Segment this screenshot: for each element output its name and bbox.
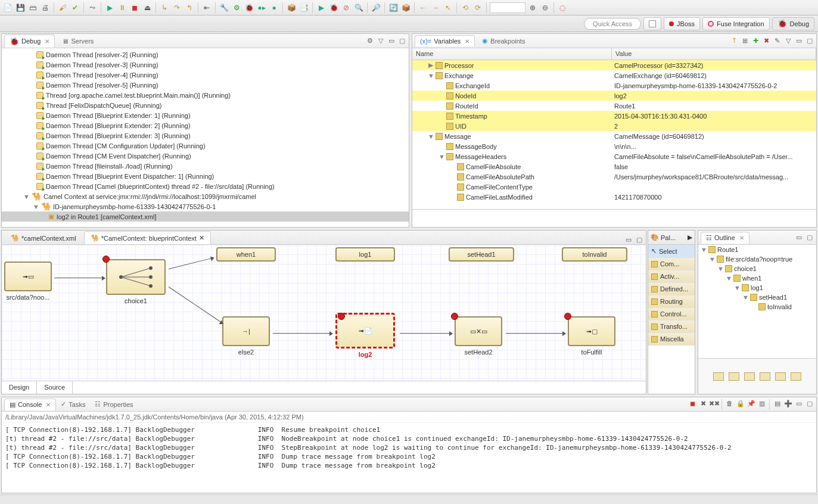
thread-row[interactable]: Daemon Thread [resolver-3] (Running) <box>2 60 409 70</box>
tool-icon[interactable]: 🔧 <box>219 2 229 13</box>
run-icon[interactable]: ●▸ <box>256 2 267 13</box>
debug-green-icon[interactable]: 🐞 <box>328 2 339 13</box>
terminate-icon[interactable]: ◼ <box>129 2 140 13</box>
variable-row[interactable]: CamelFileContentType <box>412 182 816 192</box>
back-icon[interactable]: ← <box>418 2 428 13</box>
outline-row[interactable]: ▼file:src/data?noop=true <box>698 254 816 264</box>
variable-row[interactable]: CamelFileLastModified1421170870000 <box>412 192 816 202</box>
thread-row[interactable]: Daemon Thread [resolver-2] (Running) <box>2 49 409 60</box>
minimize-icon[interactable]: ▭ <box>387 36 396 45</box>
zoom-in-icon[interactable]: ⊕ <box>527 2 538 13</box>
new-console-icon[interactable]: ➕ <box>783 399 792 408</box>
debug-perspective[interactable]: 🐞Debug <box>772 17 814 30</box>
thread-row[interactable]: Daemon Thread [CM Configuration Updater]… <box>2 141 409 151</box>
new-conn-icon[interactable]: 📦 <box>286 2 297 13</box>
maximize-icon[interactable]: ▢ <box>635 235 643 244</box>
drop-frame-icon[interactable]: ⇤ <box>201 2 212 13</box>
close-icon[interactable]: ✕ <box>46 402 51 408</box>
thread-row[interactable]: Daemon Thread [resolver-4] (Running) <box>2 70 409 80</box>
expand-icon[interactable]: ▼ <box>23 193 29 200</box>
variable-row[interactable]: MessageBody\n\n\n... <box>412 141 816 151</box>
step-into-icon[interactable]: ↳ <box>159 2 170 13</box>
stop-icon[interactable]: ⊘ <box>341 2 352 13</box>
maximize-icon[interactable]: ▢ <box>397 36 406 45</box>
expand-icon[interactable]: ▼ <box>742 294 748 301</box>
outline-tab[interactable]: ☷Outline✕ <box>701 232 749 244</box>
variable-row[interactable]: ▼MessageHeadersCamelFileAbsolute = false… <box>412 151 816 161</box>
outline-row[interactable]: ▼choice1 <box>698 264 816 273</box>
chevron-right-icon[interactable]: ▶ <box>688 234 692 241</box>
scroll-lock-icon[interactable]: 🔒 <box>736 399 745 408</box>
zoom-out-icon[interactable]: ⊖ <box>540 2 550 13</box>
search-icon[interactable]: 🔎 <box>371 2 381 13</box>
expand-icon[interactable]: ▼ <box>701 246 707 253</box>
node-choice1[interactable]: choice1 <box>106 259 166 304</box>
disconnect-icon[interactable]: ⏏ <box>142 2 153 13</box>
close-icon[interactable]: ✕ <box>45 38 49 45</box>
node-when1[interactable]: when1 <box>216 247 276 262</box>
node-toinvalid[interactable]: toInvalid <box>562 247 627 262</box>
palette-select[interactable]: ↖Select <box>648 245 695 258</box>
close-icon[interactable]: ✕ <box>199 234 204 242</box>
route-canvas[interactable]: when1 log1 setHead1 toInvalid ➟▭ src/dat… <box>2 245 646 381</box>
save-all-icon[interactable]: 🗃 <box>27 2 38 13</box>
expand-icon[interactable]: ▼ <box>726 275 732 282</box>
thread-row[interactable]: Daemon Thread [fileinstall-./load] (Runn… <box>2 161 409 171</box>
variable-row[interactable]: NodeIdlog2 <box>412 91 816 101</box>
sync-icon[interactable]: 🔄 <box>388 2 399 13</box>
fuse-perspective[interactable]: Fuse Integration <box>702 17 770 30</box>
outline-row[interactable]: ▼log1 <box>698 283 816 293</box>
debug-tab[interactable]: 🐞Debug✕ <box>4 35 55 48</box>
thread-row[interactable]: Daemon Thread [Blueprint Extender: 1] (R… <box>2 110 409 120</box>
history-fwd-icon[interactable]: ⟳ <box>472 2 483 13</box>
thread-row[interactable]: Daemon Thread [Blueprint Extender: 2] (R… <box>2 120 409 130</box>
remove-all-icon[interactable]: ✖✖ <box>710 399 719 408</box>
skip-icon[interactable]: ⤳ <box>87 2 98 13</box>
node-else2[interactable]: →| else2 <box>222 316 270 356</box>
minimize-icon[interactable]: ▭ <box>794 399 803 408</box>
type-icon[interactable]: 📑 <box>298 2 309 13</box>
step-return-icon[interactable]: ↰ <box>184 2 195 13</box>
outline-row[interactable]: ▼Route1 <box>698 245 816 254</box>
expand-icon[interactable]: ▼ <box>734 284 740 291</box>
editor-tab-2[interactable]: 🐪*CamelContext: blueprintContext✕ <box>84 231 211 244</box>
thread-row[interactable]: Daemon Thread [Blueprint Extender: 3] (R… <box>2 130 409 141</box>
open-perspective-button[interactable] <box>643 17 661 30</box>
suspend-icon[interactable]: ⏸ <box>117 2 127 13</box>
variable-row[interactable]: UID2 <box>412 121 816 131</box>
up-icon[interactable]: ↖ <box>443 2 453 13</box>
expand-icon[interactable]: ▶ <box>428 61 434 69</box>
tree-icon[interactable]: ⊞ <box>741 36 749 45</box>
variable-row[interactable]: CamelFileAbsolutefalse <box>412 161 816 172</box>
thread-row[interactable]: Thread [FelixDispatchQueue] (Running) <box>2 100 409 110</box>
thread-row[interactable]: Daemon Thread [resolver-5] (Running) <box>2 80 409 90</box>
run-alt-icon[interactable]: ● <box>269 2 279 13</box>
console-tab[interactable]: ▤Console✕ <box>4 399 56 410</box>
quick-access[interactable]: Quick Access <box>584 18 641 30</box>
display-icon[interactable]: ▥ <box>757 399 766 408</box>
remove-launch-icon[interactable]: ✖ <box>699 399 708 408</box>
variables-body[interactable]: ▶ProcessorCamelProcessor (id=3327342)▼Ex… <box>412 60 816 209</box>
palette-drawer[interactable]: Defined... <box>648 283 695 295</box>
clear-icon[interactable]: 🗑 <box>725 399 734 408</box>
palette-drawer[interactable]: Miscella <box>648 333 695 346</box>
minimize-icon[interactable]: ▭ <box>624 235 633 244</box>
node-log2[interactable]: ➟📄 log2 <box>335 313 395 358</box>
expand-icon[interactable]: ▼ <box>428 72 434 79</box>
outline-row[interactable]: ▼setHead1 <box>698 293 816 302</box>
brush-icon[interactable]: 🖌 <box>57 2 68 13</box>
remove-icon[interactable]: ✖ <box>762 36 771 45</box>
maximize-icon[interactable]: ▢ <box>805 233 814 242</box>
thread-row[interactable]: Thread [org.apache.camel.test.blueprint.… <box>2 90 409 100</box>
collapse-icon[interactable]: ⤒ <box>730 36 739 45</box>
debug-run-icon[interactable]: 🐞 <box>244 2 254 13</box>
new-icon[interactable]: 📄 <box>2 2 13 13</box>
servers-tab[interactable]: 🖥Servers <box>57 36 98 46</box>
minimize-icon[interactable]: ▭ <box>794 233 803 242</box>
variable-row[interactable]: RouteIdRoute1 <box>412 101 816 111</box>
variable-row[interactable]: ▼MessageCamelMessage (id=60469812) <box>412 131 816 141</box>
debug-tree[interactable]: Daemon Thread [resolver-2] (Running)Daem… <box>2 48 409 227</box>
maximize-icon[interactable]: ▢ <box>805 36 814 45</box>
node-sethead2[interactable]: ▭✕▭ setHead2 <box>455 316 502 356</box>
minimize-icon[interactable]: ▭ <box>794 36 803 45</box>
